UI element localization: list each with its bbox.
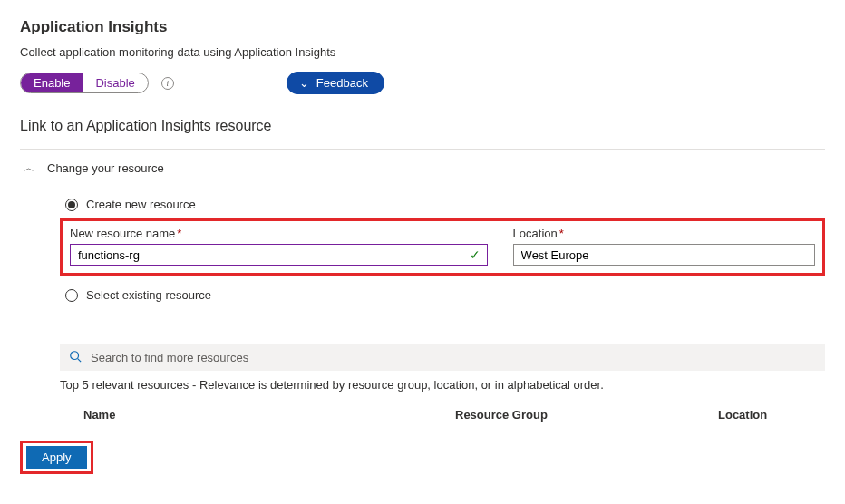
validation-check-icon: ✓ xyxy=(470,247,481,262)
resource-table-header: Name Resource Group Location xyxy=(20,408,825,422)
apply-highlight: Apply xyxy=(20,441,93,474)
info-icon[interactable]: i xyxy=(161,77,174,90)
footer-divider xyxy=(0,431,845,431)
new-resource-name-input[interactable] xyxy=(70,244,488,266)
location-label: Location* xyxy=(513,227,815,240)
expander-label: Change your resource xyxy=(47,161,164,175)
page-subtitle: Collect application monitoring data usin… xyxy=(20,45,825,59)
new-resource-name-label: New resource name* xyxy=(70,227,488,240)
radio-select-existing[interactable]: Select existing resource xyxy=(65,288,825,302)
chevron-up-icon: ︿ xyxy=(24,160,34,176)
new-resource-fields-highlight: New resource name* ✓ Location* xyxy=(60,218,825,276)
svg-point-0 xyxy=(71,351,79,359)
resource-search-input[interactable] xyxy=(89,350,816,365)
svg-line-1 xyxy=(78,358,82,362)
radio-icon xyxy=(65,199,78,211)
radio-create-new[interactable]: Create new resource xyxy=(65,198,825,211)
enable-disable-toggle[interactable]: Enable Disable xyxy=(20,73,149,93)
toggle-disable[interactable]: Disable xyxy=(83,73,147,92)
relevance-helper-text: Top 5 relevant resources - Relevance is … xyxy=(60,378,825,392)
apply-button[interactable]: Apply xyxy=(26,446,87,469)
resource-search[interactable] xyxy=(60,344,825,371)
search-icon xyxy=(69,350,82,365)
change-resource-expander[interactable]: ︿ Change your resource xyxy=(20,150,825,185)
required-asterisk: * xyxy=(559,227,564,240)
radio-icon xyxy=(65,289,78,302)
toggle-enable[interactable]: Enable xyxy=(21,73,83,92)
col-rg: Resource Group xyxy=(455,408,718,422)
page-title: Application Insights xyxy=(20,18,825,36)
feedback-button[interactable]: ⌄ Feedback xyxy=(287,72,384,94)
col-name: Name xyxy=(83,408,455,422)
radio-create-label: Create new resource xyxy=(86,198,196,211)
location-input[interactable] xyxy=(513,244,815,266)
link-resource-heading: Link to an Application Insights resource xyxy=(20,118,825,134)
radio-existing-label: Select existing resource xyxy=(86,288,211,302)
chevron-down-icon: ⌄ xyxy=(299,77,309,89)
feedback-label: Feedback xyxy=(316,76,368,90)
required-asterisk: * xyxy=(177,227,181,240)
col-loc: Location xyxy=(718,408,825,422)
